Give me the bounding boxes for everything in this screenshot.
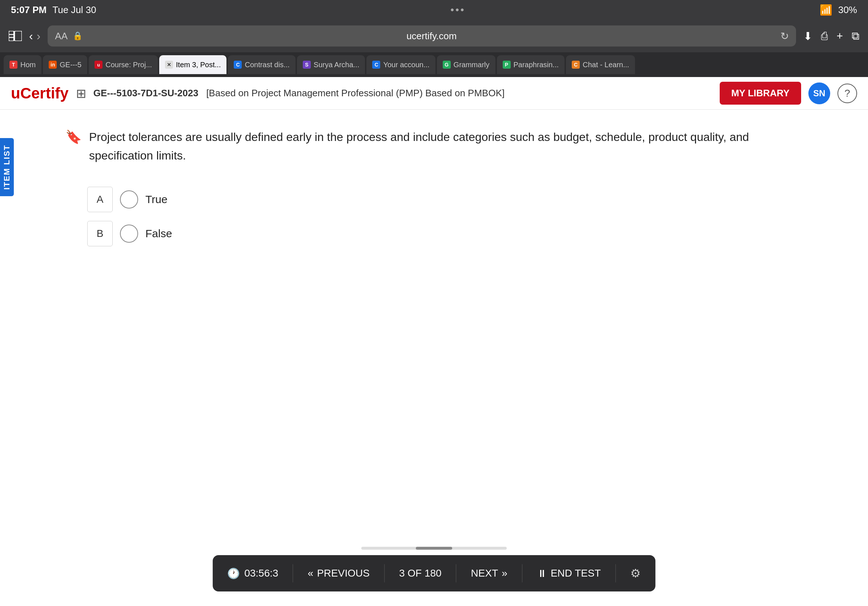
add-tab-button[interactable]: + xyxy=(836,30,843,42)
tab-paraphrase[interactable]: P Paraphrasin... xyxy=(497,55,565,74)
tabs-button[interactable]: ⧉ xyxy=(852,30,859,43)
reload-button[interactable]: ↻ xyxy=(780,30,789,42)
item-list-tab[interactable]: ITEM LIST xyxy=(0,138,14,196)
tabs-bar: T Hom in GE---5 u Course: Proj... ✕ Item… xyxy=(0,52,868,77)
back-button[interactable]: ‹ xyxy=(29,29,33,43)
tab-hom[interactable]: T Hom xyxy=(4,55,42,74)
settings-button[interactable]: ⚙ xyxy=(630,566,641,580)
tab-favicon-item: ✕ xyxy=(165,61,173,69)
toolbar-divider-5 xyxy=(615,564,616,582)
address-prefix: AA xyxy=(55,31,68,42)
browser-actions: ⬇ ⎙ + ⧉ xyxy=(803,30,859,43)
status-date: Tue Jul 30 xyxy=(52,5,96,15)
tab-label-paraphrase: Paraphrasin... xyxy=(514,61,559,69)
tab-favicon-grammarly: G xyxy=(443,61,451,69)
bottom-toolbar: 🕐 03:56:3 « PREVIOUS 3 OF 180 NEXT » ⏸ E… xyxy=(212,555,656,592)
tab-label-account: Your accoun... xyxy=(383,61,429,69)
tab-ge5[interactable]: in GE---5 xyxy=(43,55,87,74)
battery-indicator: 30% xyxy=(838,5,857,15)
tab-label-hom: Hom xyxy=(20,61,36,69)
option-b-label: B xyxy=(87,221,113,246)
tab-favicon-course: u xyxy=(95,61,102,69)
status-dots: ••• xyxy=(450,4,465,15)
option-a-text: True xyxy=(146,193,167,206)
option-a-label: A xyxy=(87,187,113,212)
page-info: 3 OF 180 xyxy=(399,567,442,579)
course-subtitle-text: [Based on Project Management Professiona… xyxy=(206,88,505,99)
share-button[interactable]: ⎙ xyxy=(821,30,828,42)
browser-bar: ‹ › AA 🔒 ucertify.com ↻ ⬇ ⎙ + ⧉ xyxy=(0,20,868,52)
next-label: NEXT xyxy=(471,567,498,579)
scroll-thumb xyxy=(416,547,452,550)
toolbar-divider-2 xyxy=(384,564,384,582)
options-container: A True B False xyxy=(87,187,803,246)
tab-course[interactable]: u Course: Proj... xyxy=(89,55,158,74)
sidebar-toggle-button[interactable] xyxy=(9,31,22,41)
tab-label-item: Item 3, Post... xyxy=(176,61,221,69)
status-right: 📶 30% xyxy=(820,4,857,16)
course-info: GE---5103-7D1-SU-2023 [Based on Project … xyxy=(93,88,712,99)
lock-icon: 🔒 xyxy=(73,31,82,41)
tab-surya[interactable]: S Surya Archa... xyxy=(297,55,365,74)
toolbar-timer: 🕐 03:56:3 xyxy=(227,567,278,580)
option-a-row[interactable]: A True xyxy=(87,187,803,212)
wifi-icon: 📶 xyxy=(820,4,832,16)
item-list-label: ITEM LIST xyxy=(2,145,12,190)
option-b-radio[interactable] xyxy=(120,224,138,243)
tab-favicon-hom: T xyxy=(9,61,17,69)
toolbar-divider-1 xyxy=(293,564,293,582)
tab-favicon-chat: C xyxy=(572,61,580,69)
app-header: uCertify ⊞ GE---5103-7D1-SU-2023 [Based … xyxy=(0,77,868,110)
end-test-button[interactable]: ⏸ END TEST xyxy=(537,567,601,580)
tab-favicon-paraphrase: P xyxy=(503,61,511,69)
question-text: Project tolerances are usually defined e… xyxy=(89,128,803,165)
tab-account[interactable]: C Your accoun... xyxy=(366,55,435,74)
user-avatar[interactable]: SN xyxy=(808,82,830,104)
next-icon: » xyxy=(502,567,507,579)
option-b-row[interactable]: B False xyxy=(87,221,803,246)
tab-label-chat: Chat - Learn... xyxy=(583,61,629,69)
end-icon: ⏸ xyxy=(537,567,547,580)
tab-label-course: Course: Proj... xyxy=(105,61,152,69)
tab-item[interactable]: ✕ Item 3, Post... xyxy=(159,55,226,74)
bookmark-icon[interactable]: 🔖 xyxy=(65,129,82,145)
my-library-button[interactable]: MY LIBRARY xyxy=(720,82,801,105)
status-bar: 5:07 PM Tue Jul 30 ••• 📶 30% xyxy=(0,0,868,20)
scroll-indicator xyxy=(361,547,507,550)
tab-label-surya: Surya Archa... xyxy=(314,61,360,69)
toolbar-divider-4 xyxy=(522,564,522,582)
timer-icon: 🕐 xyxy=(227,567,240,580)
previous-icon: « xyxy=(308,567,314,579)
help-button[interactable]: ? xyxy=(837,83,857,103)
tab-label-contrast: Contrast dis... xyxy=(245,61,289,69)
tab-favicon-surya: S xyxy=(303,61,311,69)
download-button[interactable]: ⬇ xyxy=(803,30,812,43)
next-button[interactable]: NEXT » xyxy=(471,567,507,579)
option-a-radio[interactable] xyxy=(120,190,138,209)
tab-chat[interactable]: C Chat - Learn... xyxy=(566,55,635,74)
grid-menu-button[interactable]: ⊞ xyxy=(76,86,86,100)
status-left: 5:07 PM Tue Jul 30 xyxy=(11,5,96,15)
address-bar[interactable]: AA 🔒 ucertify.com ↻ xyxy=(48,25,796,46)
tab-favicon-account: C xyxy=(372,61,380,69)
previous-button[interactable]: « PREVIOUS xyxy=(308,567,370,579)
svg-rect-0 xyxy=(9,31,14,41)
end-label: END TEST xyxy=(551,567,601,579)
tab-label-ge5: GE---5 xyxy=(60,61,81,69)
tab-grammarly[interactable]: G Grammarly xyxy=(437,55,495,74)
timer-value: 03:56:3 xyxy=(244,567,278,579)
tab-label-grammarly: Grammarly xyxy=(454,61,490,69)
tab-favicon-ge5: in xyxy=(49,61,57,69)
tab-favicon-contrast: C xyxy=(234,61,242,69)
tab-contrast[interactable]: C Contrast dis... xyxy=(228,55,295,74)
forward-button[interactable]: › xyxy=(37,29,41,43)
toolbar-divider-3 xyxy=(456,564,457,582)
svg-rect-1 xyxy=(14,31,22,41)
question-container: 🔖 Project tolerances are usually defined… xyxy=(65,128,803,165)
url-text: ucertify.com xyxy=(88,31,775,42)
browser-nav-buttons: ‹ › xyxy=(29,29,40,43)
option-b-text: False xyxy=(146,227,172,240)
main-content: 🔖 Project tolerances are usually defined… xyxy=(0,110,868,437)
previous-label: PREVIOUS xyxy=(317,567,370,579)
app-logo[interactable]: uCertify xyxy=(11,85,69,102)
